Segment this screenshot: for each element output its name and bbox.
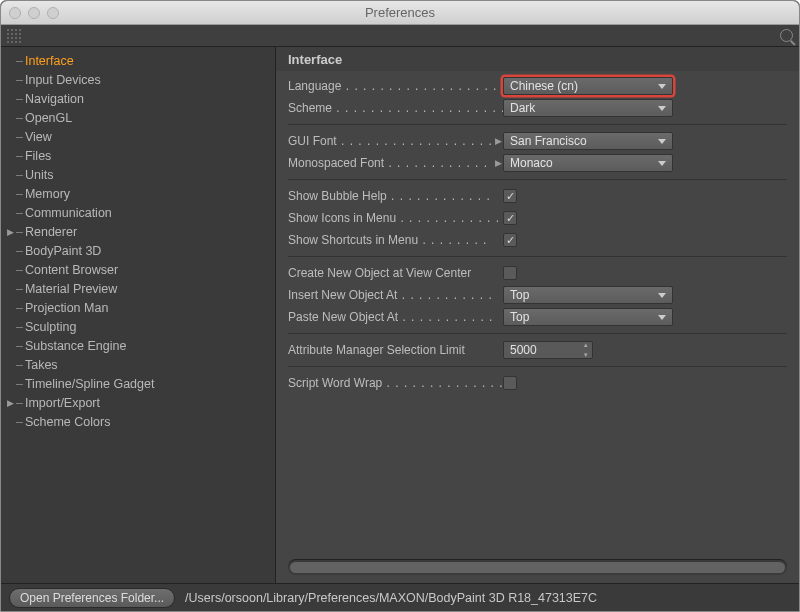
sidebar-item-label: Interface: [25, 54, 74, 68]
guifont-dropdown[interactable]: San Francisco: [503, 132, 673, 150]
bubble-label: Show Bubble Help: [288, 189, 387, 203]
sidebar-item-memory[interactable]: –Memory: [1, 184, 275, 203]
wordwrap-label: Script Word Wrap: [288, 376, 382, 390]
sidebar-item-sculpting[interactable]: –Sculpting: [1, 317, 275, 336]
sidebar-item-label: View: [25, 130, 52, 144]
flyout-icon[interactable]: ▶: [493, 136, 503, 146]
sidebar-item-takes[interactable]: –Takes: [1, 355, 275, 374]
paste-label: Paste New Object At: [288, 310, 398, 324]
sidebar-item-label: Projection Man: [25, 301, 108, 315]
sidebar-item-label: Navigation: [25, 92, 84, 106]
window-title: Preferences: [1, 5, 799, 20]
sidebar-item-label: Input Devices: [25, 73, 101, 87]
expand-arrow-icon[interactable]: ▶: [5, 227, 15, 237]
insert-dropdown[interactable]: Top: [503, 286, 673, 304]
sidebar-item-bodypaint-3d[interactable]: –BodyPaint 3D: [1, 241, 275, 260]
scheme-label: Scheme: [288, 101, 332, 115]
sidebar-item-label: Substance Engine: [25, 339, 126, 353]
sidebar-item-label: Units: [25, 168, 53, 182]
panel-title: Interface: [288, 52, 342, 67]
scheme-dropdown[interactable]: Dark: [503, 99, 673, 117]
insert-label: Insert New Object At: [288, 288, 397, 302]
expand-arrow-icon[interactable]: ▶: [5, 398, 15, 408]
paste-dropdown[interactable]: Top: [503, 308, 673, 326]
sidebar-item-label: Sculpting: [25, 320, 76, 334]
separator: [288, 256, 787, 257]
sidebar-item-communication[interactable]: –Communication: [1, 203, 275, 222]
sidebar-item-label: Renderer: [25, 225, 77, 239]
shortcuts-label: Show Shortcuts in Menu: [288, 233, 418, 247]
sidebar-item-label: Memory: [25, 187, 70, 201]
scrollbar-thumb[interactable]: [290, 562, 785, 573]
shortcuts-checkbox[interactable]: ✓: [503, 233, 517, 247]
search-icon[interactable]: [780, 29, 793, 42]
sidebar-item-label: Material Preview: [25, 282, 117, 296]
panel-header: Interface: [276, 47, 799, 71]
icons-checkbox[interactable]: ✓: [503, 211, 517, 225]
sidebar-item-input-devices[interactable]: –Input Devices: [1, 70, 275, 89]
flyout-icon[interactable]: ▶: [493, 158, 503, 168]
guifont-label: GUI Font: [288, 134, 337, 148]
sidebar-item-label: Content Browser: [25, 263, 118, 277]
toolbar: [1, 25, 799, 47]
sidebar-item-substance-engine[interactable]: –Substance Engine: [1, 336, 275, 355]
monofont-label: Monospaced Font: [288, 156, 384, 170]
sidebar-item-import-export[interactable]: ▶–Import/Export: [1, 393, 275, 412]
attrlimit-field[interactable]: 5000: [503, 341, 593, 359]
body: –Interface–Input Devices–Navigation–Open…: [1, 47, 799, 583]
sidebar-item-opengl[interactable]: –OpenGL: [1, 108, 275, 127]
sidebar-item-label: Files: [25, 149, 51, 163]
sidebar-item-interface[interactable]: –Interface: [1, 51, 275, 70]
sidebar-item-content-browser[interactable]: –Content Browser: [1, 260, 275, 279]
icons-label: Show Icons in Menu: [288, 211, 396, 225]
language-dropdown[interactable]: Chinese (cn): [503, 77, 673, 95]
preferences-window: Preferences –Interface–Input Devices–Nav…: [0, 0, 800, 612]
separator: [288, 179, 787, 180]
sidebar-item-scheme-colors[interactable]: –Scheme Colors: [1, 412, 275, 431]
language-label: Language: [288, 79, 341, 93]
sidebar-item-units[interactable]: –Units: [1, 165, 275, 184]
sidebar-item-label: BodyPaint 3D: [25, 244, 101, 258]
centerview-checkbox[interactable]: [503, 266, 517, 280]
separator: [288, 124, 787, 125]
sidebar-item-label: Scheme Colors: [25, 415, 110, 429]
sidebar-item-renderer[interactable]: ▶–Renderer: [1, 222, 275, 241]
separator: [288, 366, 787, 367]
wordwrap-checkbox[interactable]: [503, 376, 517, 390]
sidebar-item-label: Communication: [25, 206, 112, 220]
panel-body: Language . . . . . . . . . . . . . . . .…: [276, 71, 799, 559]
open-folder-button[interactable]: Open Preferences Folder...: [9, 588, 175, 608]
attrlimit-label: Attribute Manager Selection Limit: [288, 343, 465, 357]
centerview-label: Create New Object at View Center: [288, 266, 471, 280]
sidebar-item-files[interactable]: –Files: [1, 146, 275, 165]
sidebar-item-label: Import/Export: [25, 396, 100, 410]
sidebar-item-label: Timeline/Spline Gadget: [25, 377, 154, 391]
category-sidebar: –Interface–Input Devices–Navigation–Open…: [1, 47, 276, 583]
sidebar-item-label: Takes: [25, 358, 58, 372]
monofont-dropdown[interactable]: Monaco: [503, 154, 673, 172]
sidebar-item-navigation[interactable]: –Navigation: [1, 89, 275, 108]
settings-panel: Interface Language . . . . . . . . . . .…: [276, 47, 799, 583]
sidebar-item-material-preview[interactable]: –Material Preview: [1, 279, 275, 298]
separator: [288, 333, 787, 334]
sidebar-item-label: OpenGL: [25, 111, 72, 125]
sidebar-item-view[interactable]: –View: [1, 127, 275, 146]
sidebar-item-timeline-spline-gadget[interactable]: –Timeline/Spline Gadget: [1, 374, 275, 393]
drag-handle-icon[interactable]: [7, 29, 23, 43]
sidebar-item-projection-man[interactable]: –Projection Man: [1, 298, 275, 317]
preferences-path: /Users/orsoon/Library/Preferences/MAXON/…: [185, 591, 597, 605]
titlebar: Preferences: [1, 1, 799, 25]
bubble-checkbox[interactable]: ✓: [503, 189, 517, 203]
footer: Open Preferences Folder... /Users/orsoon…: [1, 583, 799, 611]
horizontal-scrollbar[interactable]: [288, 559, 787, 575]
